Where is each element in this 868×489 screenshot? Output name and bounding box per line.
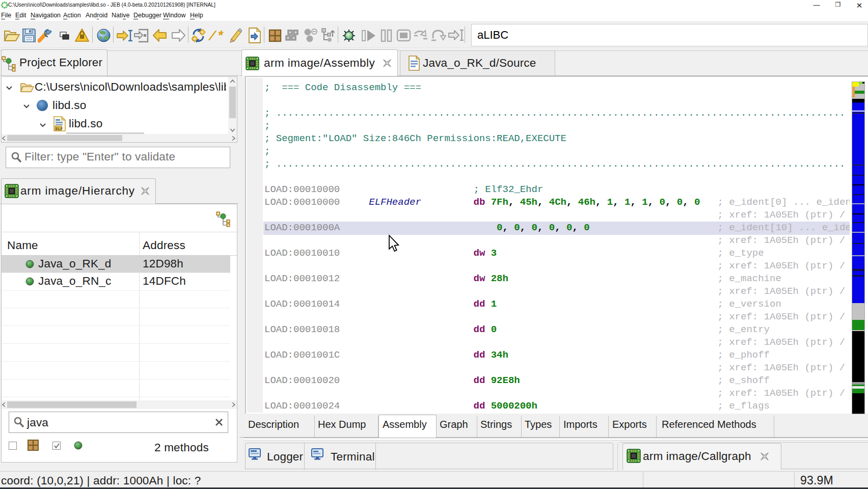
svg-text:ELF: ELF: [56, 126, 63, 131]
svg-text:/*: /*: [208, 29, 224, 43]
